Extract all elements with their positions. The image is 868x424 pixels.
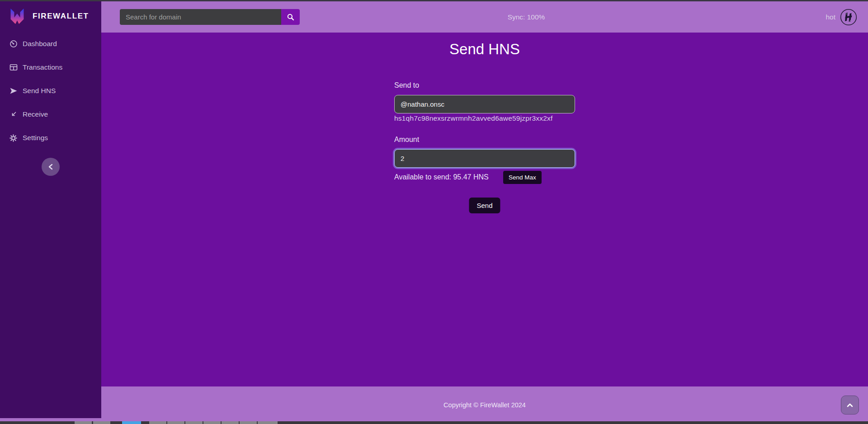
taskbar-app-segment[interactable]	[185, 421, 203, 424]
handshake-icon[interactable]	[840, 9, 857, 26]
table-icon	[9, 64, 18, 71]
sidebar-item-label: Receive	[23, 110, 48, 118]
taskbar-app-segment[interactable]	[258, 421, 278, 424]
search-input[interactable]	[120, 9, 281, 25]
brand-name: FIREWALLET	[33, 12, 89, 21]
taskbar-app-segment[interactable]	[222, 421, 239, 424]
sidebar-nav: Dashboard Transactions Send HNS	[0, 32, 101, 150]
main-content: Send HNS Send to hs1qh7c98nexsrzwrmnh2av…	[101, 33, 868, 386]
search-icon	[287, 13, 295, 21]
speedometer-icon	[9, 40, 18, 48]
brand-logo-row[interactable]: FIREWALLET	[0, 0, 101, 26]
copyright-text: Copyright © FireWallet 2024	[443, 401, 526, 409]
chevron-up-icon	[846, 402, 854, 408]
sidebar-item-receive[interactable]: Receive	[0, 103, 101, 126]
footer: Copyright © FireWallet 2024	[0, 386, 868, 421]
top-header-bar: Sync: 100% hot	[101, 1, 868, 33]
sidebar-item-transactions[interactable]: Transactions	[0, 56, 101, 79]
sidebar: FIREWALLET Dashboard Transactions	[0, 0, 101, 418]
scroll-to-top-button[interactable]	[841, 396, 859, 415]
wallet-name-label: hot	[826, 13, 835, 21]
firewallet-logo-icon	[8, 6, 27, 26]
domain-search	[120, 9, 300, 25]
taskbar-app-segment[interactable]	[240, 421, 257, 424]
gear-icon	[9, 134, 18, 142]
amount-input[interactable]	[394, 149, 575, 168]
search-button[interactable]	[281, 9, 300, 25]
taskbar-strip	[0, 421, 868, 424]
taskbar-app-segment[interactable]	[93, 421, 110, 424]
page-title: Send HNS	[449, 41, 520, 58]
sidebar-item-label: Dashboard	[23, 40, 57, 48]
sidebar-item-label: Transactions	[23, 63, 62, 71]
send-to-input[interactable]	[394, 95, 575, 113]
taskbar-active-app-segment[interactable]	[122, 421, 141, 424]
sidebar-item-dashboard[interactable]: Dashboard	[0, 32, 101, 56]
available-balance-text: Available to send: 95.47 HNS	[394, 173, 489, 181]
taskbar-app-segment[interactable]	[203, 421, 221, 424]
amount-label: Amount	[394, 136, 419, 144]
sidebar-collapse-button[interactable]	[42, 158, 60, 176]
send-to-label: Send to	[394, 81, 419, 90]
sidebar-item-settings[interactable]: Settings	[0, 126, 101, 150]
taskbar-app-segment[interactable]	[167, 421, 184, 424]
receive-arrow-icon	[9, 111, 18, 118]
send-button[interactable]: Send	[469, 198, 500, 213]
window-top-edge	[0, 0, 868, 1]
chevron-left-icon	[47, 163, 54, 171]
send-max-button[interactable]: Send Max	[503, 171, 542, 184]
sidebar-item-label: Send HNS	[23, 87, 56, 95]
sync-status: Sync: 100%	[508, 1, 545, 33]
sidebar-item-send-hns[interactable]: Send HNS	[0, 79, 101, 103]
wallet-status: hot	[826, 1, 857, 33]
taskbar-app-segment[interactable]	[149, 421, 166, 424]
taskbar-app-segment[interactable]	[75, 421, 92, 424]
send-icon	[9, 87, 18, 94]
sidebar-item-label: Settings	[23, 134, 48, 142]
resolved-address: hs1qh7c98nexsrzwrmnh2avved6awe59jzpr3xx2…	[394, 114, 552, 122]
